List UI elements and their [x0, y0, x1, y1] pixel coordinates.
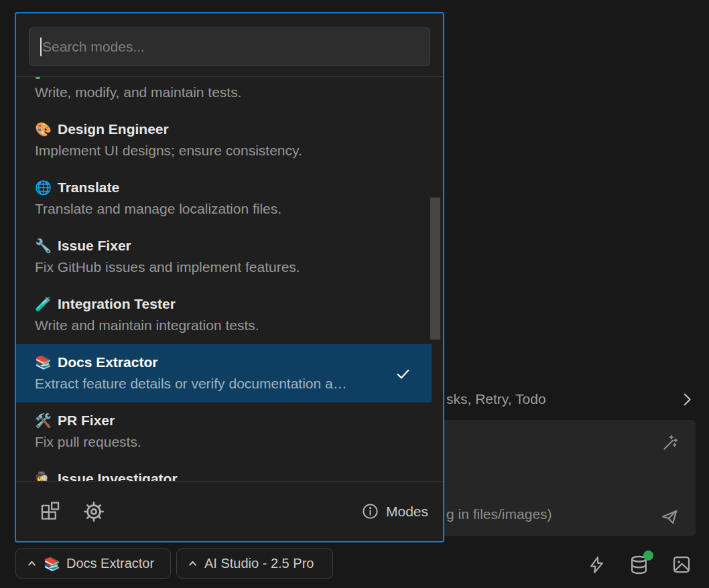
- mode-item-integration-tester[interactable]: 🧪 Integration Tester Write and maintain …: [16, 286, 443, 344]
- globe-emoji-icon: 🌐: [35, 179, 52, 196]
- mode-item-docs-extractor-selected[interactable]: 📚 Docs Extractor Extract feature details…: [16, 344, 432, 402]
- mode-title: 🔧 Issue Fixer: [35, 237, 424, 254]
- mode-item-partial-top[interactable]: Write, modify, and maintain tests.: [16, 76, 443, 111]
- mode-name: Integration Tester: [58, 295, 176, 313]
- mode-title: 🎨 Design Engineer: [35, 121, 424, 138]
- popup-footer: Modes: [16, 481, 443, 541]
- gear-icon[interactable]: [82, 500, 105, 523]
- mode-title: 🧪 Integration Tester: [35, 295, 424, 313]
- test-tube-emoji-icon: 🧪: [35, 295, 52, 313]
- modes-label: Modes: [386, 504, 428, 520]
- mode-name: Issue Fixer: [58, 237, 131, 254]
- mode-name: Translate: [58, 179, 119, 196]
- chat-placeholder-text: g in files/images): [446, 506, 552, 522]
- books-emoji-icon: 📚: [44, 556, 60, 572]
- status-bar-icons: [587, 554, 692, 575]
- mode-selector-label: Docs Extractor: [66, 556, 154, 571]
- wand-sparkles-icon[interactable]: [660, 433, 679, 452]
- mode-description: Fix GitHub issues and implement features…: [35, 259, 424, 276]
- mode-description: Fix pull requests.: [35, 433, 424, 451]
- search-input[interactable]: [29, 28, 430, 65]
- image-icon[interactable]: [671, 555, 692, 575]
- hammer-wrench-emoji-icon: 🛠️: [35, 412, 52, 429]
- footer-actions: [39, 500, 105, 523]
- detective-emoji-icon: 🕵️: [35, 470, 52, 481]
- wrench-emoji-icon: 🔧: [35, 237, 52, 254]
- search-box: [29, 27, 430, 66]
- scrollbar-thumb[interactable]: [430, 198, 440, 340]
- check-icon: [395, 366, 411, 382]
- chevron-up-icon: [187, 558, 198, 569]
- mode-title: 🌐 Translate: [35, 179, 424, 196]
- app-screen: sks, Retry, Todo g in files/images): [0, 0, 709, 588]
- chevron-up-icon: [26, 558, 38, 569]
- search-area: [16, 13, 443, 76]
- mode-description: Write, modify, and maintain tests.: [35, 84, 424, 101]
- mode-item-pr-fixer[interactable]: 🛠️ PR Fixer Fix pull requests.: [16, 402, 443, 461]
- auto-approve-row[interactable]: sks, Retry, Todo: [446, 388, 696, 410]
- mode-title: 📚 Docs Extractor: [35, 354, 413, 371]
- lightning-icon[interactable]: [587, 555, 606, 575]
- mode-item-design-engineer[interactable]: 🎨 Design Engineer Implement UI designs; …: [16, 111, 443, 169]
- mode-name: Issue Investigator: [58, 470, 178, 481]
- mode-item-translate[interactable]: 🌐 Translate Translate and manage localiz…: [16, 169, 443, 228]
- auto-approve-text: sks, Retry, Todo: [446, 391, 546, 407]
- text-caret: [40, 38, 42, 56]
- books-emoji-icon: 📚: [35, 354, 52, 371]
- modes-info[interactable]: Modes: [361, 502, 428, 520]
- chevron-right-icon[interactable]: [678, 390, 696, 409]
- mode-name: Docs Extractor: [58, 354, 157, 371]
- mode-item-issue-investigator[interactable]: 🕵️ Issue Investigator: [16, 461, 443, 481]
- mode-description: Extract feature details or verify docume…: [35, 375, 413, 392]
- mode-description: Translate and manage localization files.: [35, 200, 424, 218]
- mode-title: 🕵️ Issue Investigator: [35, 470, 424, 481]
- info-icon: [361, 502, 379, 520]
- mode-list: Write, modify, and maintain tests. 🎨 Des…: [16, 76, 443, 481]
- model-selector-button[interactable]: AI Studio - 2.5 Pro: [176, 548, 333, 579]
- extensions-icon[interactable]: [39, 500, 62, 523]
- mode-picker-popup: Write, modify, and maintain tests. 🎨 Des…: [15, 12, 444, 542]
- mode-name: Design Engineer: [58, 121, 169, 138]
- mode-description: Implement UI designs; ensure consistency…: [35, 142, 424, 159]
- mode-item-issue-fixer[interactable]: 🔧 Issue Fixer Fix GitHub issues and impl…: [16, 228, 443, 286]
- palette-emoji-icon: 🎨: [35, 121, 52, 138]
- green-status-dot: [643, 550, 653, 561]
- clipped-emoji-sliver: [36, 77, 40, 79]
- mode-title: 🛠️ PR Fixer: [35, 412, 424, 429]
- mode-selector-button[interactable]: 📚 Docs Extractor: [15, 548, 171, 579]
- mode-description: Write and maintain integration tests.: [35, 317, 424, 334]
- mode-name: PR Fixer: [58, 412, 115, 429]
- mode-title: [35, 76, 424, 80]
- model-selector-label: AI Studio - 2.5 Pro: [204, 556, 314, 571]
- database-icon[interactable]: [629, 555, 649, 575]
- send-icon[interactable]: [660, 508, 679, 526]
